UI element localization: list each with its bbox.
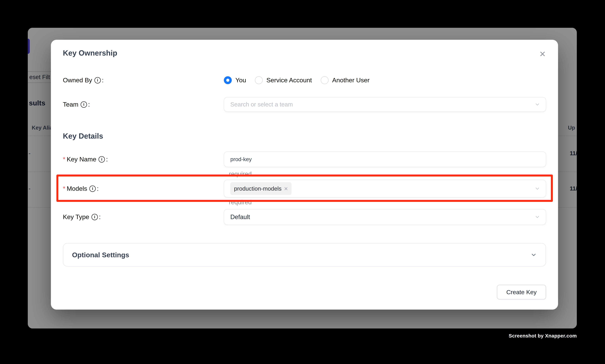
key-details-heading: Key Details — [63, 132, 546, 140]
key-name-label: * Key Name i : — [63, 156, 224, 163]
required-asterisk: * — [63, 156, 65, 163]
radio-option-you[interactable]: You — [224, 76, 246, 84]
radio-option-another-user[interactable]: Another User — [321, 76, 370, 84]
optional-settings-toggle[interactable]: Optional Settings — [63, 243, 546, 267]
chevron-down-icon — [530, 252, 537, 258]
key-name-value: prod-key — [230, 156, 252, 162]
key-type-select[interactable]: Default — [224, 209, 546, 225]
key-type-label: Key Type i : — [63, 213, 224, 221]
chevron-down-icon — [535, 214, 540, 220]
tag-remove-icon[interactable]: × — [284, 185, 288, 192]
close-icon[interactable]: ✕ — [537, 49, 548, 60]
info-icon[interactable]: i — [81, 101, 87, 108]
team-label: Team i : — [63, 101, 224, 108]
models-row: * Models i : production-models × — [63, 180, 546, 197]
key-name-input[interactable]: prod-key — [224, 152, 546, 167]
models-label: * Models i : — [63, 185, 224, 192]
info-icon[interactable]: i — [94, 77, 101, 83]
models-required-message: required — [229, 199, 546, 206]
create-key-button[interactable]: Create Key — [497, 285, 546, 299]
team-select[interactable]: Search or select a team — [224, 97, 546, 112]
key-type-row: Key Type i : Default — [63, 209, 546, 225]
owned-by-label: Owned By i : — [63, 77, 224, 84]
radio-option-service-account[interactable]: Service Account — [255, 76, 312, 84]
info-icon[interactable]: i — [99, 156, 105, 163]
create-key-modal: ✕ Key Ownership Owned By i : You Service… — [51, 40, 558, 310]
optional-settings-title: Optional Settings — [72, 251, 129, 259]
key-name-required-message: required — [229, 170, 546, 178]
owned-by-row: Owned By i : You Service Account Another… — [63, 76, 546, 84]
radio-unselected-icon — [255, 76, 263, 84]
key-ownership-heading: Key Ownership — [63, 49, 546, 57]
model-tag: production-models × — [230, 182, 292, 195]
radio-unselected-icon — [321, 76, 329, 84]
key-type-value: Default — [230, 213, 250, 221]
required-asterisk: * — [63, 185, 65, 192]
chevron-down-icon — [535, 102, 540, 107]
team-row: Team i : Search or select a team — [63, 97, 546, 112]
info-icon[interactable]: i — [89, 185, 96, 192]
owned-by-radio-group: You Service Account Another User — [224, 76, 370, 84]
modal-footer: Create Key — [63, 285, 546, 299]
key-name-row: * Key Name i : prod-key — [63, 152, 546, 167]
models-select[interactable]: production-models × — [224, 180, 546, 197]
model-tag-label: production-models — [234, 185, 282, 192]
xnapper-watermark: Screenshot by Xnapper.com — [509, 333, 577, 339]
radio-selected-icon — [224, 76, 232, 84]
chevron-down-icon — [535, 186, 540, 192]
team-select-placeholder: Search or select a team — [230, 101, 293, 108]
info-icon[interactable]: i — [91, 214, 98, 220]
